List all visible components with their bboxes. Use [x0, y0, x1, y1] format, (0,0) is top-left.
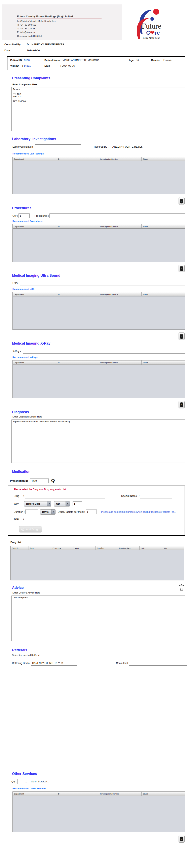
referrals-title: Refferals — [12, 648, 187, 652]
future-care-logo: Future C❤re Body Mind Soul — [122, 4, 179, 40]
other-col-investigation: Investigation / Service — [99, 792, 142, 796]
frequency-select[interactable]: OD ▼ — [54, 501, 70, 506]
xray-delete-button[interactable]: c — [179, 401, 185, 408]
procedures-delete-button[interactable]: c — [179, 265, 185, 272]
way-qty-input[interactable] — [73, 501, 82, 506]
laboratory-title: Laboratory Investigations — [12, 137, 187, 141]
other-services-table: Department ID Investigation / Service St… — [12, 792, 185, 832]
uss-input[interactable] — [20, 281, 185, 286]
other-services-delete-button[interactable]: c — [179, 835, 185, 843]
visit-date-value: 2024-08-06 — [62, 64, 75, 67]
procedures-table-body — [12, 228, 185, 262]
other-services-table-body — [12, 796, 185, 832]
patient-age-label: Age : — [129, 59, 136, 62]
procedures-table: Department ID Investigation/Service Stat… — [12, 224, 185, 262]
patient-gender-label: Gender : — [151, 59, 163, 62]
duration-unit-select[interactable]: Day/s ▼ — [40, 509, 55, 515]
consult-date-label: Date : — [4, 49, 26, 52]
per-meal-input[interactable] — [86, 509, 97, 514]
drug-input[interactable] — [25, 494, 105, 498]
add-drug-label: Add Drug — [26, 528, 38, 531]
svg-text:C❤re: C❤re — [146, 30, 160, 36]
recommended-uss-link[interactable]: Recommended USS — [12, 288, 34, 290]
patient-age-value: 52 — [137, 59, 139, 62]
xray-col-status: Status — [142, 361, 185, 365]
company-header-card: Future Care by Future Holdings (Pty) Lim… — [2, 4, 179, 40]
drug-list-table: Drug ID Drug Fequency Way Duration Durat… — [10, 546, 184, 581]
svg-text:c: c — [181, 838, 182, 840]
proc-col-investigation: Investigation/Service — [99, 224, 142, 228]
procedures-qty-label: Qty : — [12, 215, 18, 217]
refresh-prescription-button[interactable]: ⟳ — [50, 479, 55, 483]
uss-col-department: Department — [13, 292, 56, 296]
lab-investigation-label: Lab Investingation : — [12, 146, 35, 148]
recommended-lab-testings-link[interactable]: Recommended Lab Testings — [12, 152, 44, 155]
drug-col-qty: Qty — [163, 546, 184, 550]
drug-col-way: Way — [74, 546, 96, 550]
other-col-department: Department — [13, 792, 56, 796]
proc-col-status: Status — [142, 224, 185, 228]
procedures-input[interactable] — [49, 214, 185, 218]
company-info: Future Care by Future Holdings (Pty) Lim… — [2, 4, 122, 40]
patient-row-2: Visit ID : 14801 Date : 2024-08-06 — [10, 64, 182, 67]
lab-investigation-input[interactable] — [35, 145, 81, 149]
special-notes-input[interactable] — [140, 494, 172, 498]
meal-timing-select[interactable]: Before Meal ▼ — [24, 501, 51, 506]
other-col-id: ID — [56, 792, 99, 796]
xray-input[interactable] — [23, 349, 185, 354]
lab-col-department: Department — [13, 157, 56, 161]
xray-label: X-Rays : — [12, 350, 23, 353]
drug-list-delete-button[interactable] — [179, 584, 185, 591]
company-name: Future Care by Future Holdings (Pty) Lim… — [17, 15, 102, 19]
prescription-id-input[interactable] — [30, 478, 49, 483]
way-label: Way : — [14, 502, 24, 505]
consultant-input[interactable] — [129, 661, 187, 665]
fraction-note: Please add as decimal numbers when addin… — [101, 510, 185, 513]
lab-delete-button[interactable]: c — [179, 197, 185, 205]
recommended-procedures-link[interactable]: Recommended Procedures — [12, 220, 42, 222]
consult-date-value: 2024-08-06 — [27, 49, 40, 52]
drug-list-body — [10, 550, 184, 581]
referring-doctor-input[interactable] — [31, 661, 77, 665]
duration-unit-value: Day/s — [40, 509, 51, 514]
recommended-xray-link[interactable]: Recommended X-Rays — [12, 356, 38, 359]
procedures-title: Procedures — [12, 206, 187, 210]
recommended-other-services-link[interactable]: Recommended Other Services — [12, 787, 46, 790]
other-col-status: Status — [142, 792, 185, 796]
visit-id-value: 14801 — [24, 64, 31, 67]
patient-name-label: Patient Name : — [44, 59, 62, 62]
duration-input[interactable] — [25, 509, 38, 514]
drug-list-label: Drug List — [10, 541, 187, 544]
chevron-down-icon: ▼ — [51, 509, 55, 514]
other-services-label: Other Services : — [30, 780, 50, 783]
meal-timing-value: Before Meal — [24, 501, 47, 506]
per-meal-label: Drugs/Tablets per meal : — [57, 510, 86, 513]
patient-row-1: Patient ID : 5160 Patient Name : MARIE A… — [10, 59, 182, 62]
uss-delete-button[interactable]: c — [179, 333, 185, 340]
frequency-value: OD — [54, 501, 66, 506]
presenting-complaints-title: Presenting Complaints — [12, 76, 187, 80]
complaints-textarea[interactable]: Review PT- 13.1 INR- 1.0 PLT- 199000 — [11, 87, 185, 131]
procedures-label: Procedures : — [33, 215, 49, 217]
trash-icon: c — [180, 198, 184, 204]
company-email: E: jude@future.sc — [17, 31, 122, 34]
lab-col-investigation: Investigation/Service — [99, 157, 142, 161]
lab-table-body — [12, 161, 185, 194]
medication-entry-box: Please select the Drug from Drug suggess… — [8, 486, 185, 536]
add-drug-button[interactable]: + Add Drug — [19, 526, 42, 532]
referrals-subtitle: Select the needed Refferal — [12, 654, 187, 656]
diagnosis-label: Enter Diagnosis Details Here — [12, 415, 187, 418]
xray-title: Medical Imaging X-Ray — [12, 341, 187, 346]
drug-col-id: Drug ID — [11, 546, 29, 550]
company-address: Le Chainter,Victoria,Mahe,Seychelles — [17, 20, 122, 23]
other-qty-input[interactable] — [17, 779, 28, 784]
trash-icon: c — [180, 836, 184, 841]
procedures-qty-input[interactable] — [18, 214, 30, 218]
referrals-list-box — [11, 668, 185, 765]
diagnosis-textarea[interactable]: Impress hematomas due peripheral venous … — [11, 420, 185, 463]
advice-textarea[interactable]: Cold compress — [11, 595, 185, 641]
referring-doctor-label: Reffering Doctor — [12, 662, 31, 664]
other-qty-label: Qty : — [11, 780, 17, 783]
other-services-input[interactable] — [50, 779, 185, 784]
lab-table: Department ID Investigation/Service Stat… — [12, 157, 185, 194]
